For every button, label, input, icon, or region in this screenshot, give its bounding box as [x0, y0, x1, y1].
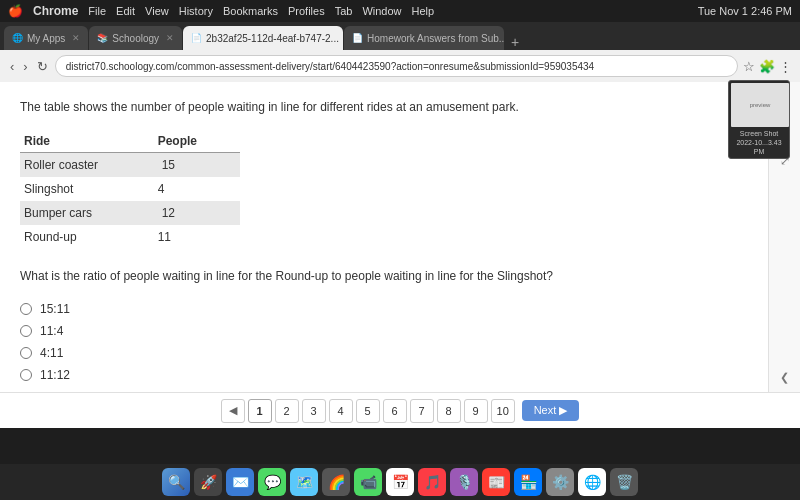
- tab-close-schoology[interactable]: ✕: [166, 33, 174, 43]
- tab-my-apps[interactable]: 🌐 My Apps ✕: [4, 26, 88, 50]
- option-label-1: 15:11: [40, 302, 70, 316]
- page-button-3[interactable]: 3: [302, 399, 326, 423]
- page-button-5[interactable]: 5: [356, 399, 380, 423]
- browser-actions: ☆ 🧩 ⋮: [743, 59, 792, 74]
- tab-active[interactable]: 📄 2b32af25-112d-4eaf-b747-2... ✕: [183, 26, 343, 50]
- tab-label-schoology: Schoology: [112, 33, 159, 44]
- pagination-bar: ◀ 1 2 3 4 5 6 7 8 9 10 Next ▶: [0, 392, 800, 428]
- menubar-right: Tue Nov 1 2:46 PM: [698, 5, 792, 17]
- page-button-8[interactable]: 8: [437, 399, 461, 423]
- table-row: Slingshot 4: [20, 177, 240, 201]
- rides-table: Ride People Roller coaster 15 Slingshot …: [20, 130, 240, 249]
- ride-count-3: 12: [154, 201, 240, 225]
- radio-option-3[interactable]: [20, 347, 32, 359]
- option-label-4: 11:12: [40, 368, 70, 382]
- ride-count-1: 15: [154, 153, 240, 178]
- bookmark-icon[interactable]: ☆: [743, 59, 755, 74]
- dock-icon-news[interactable]: 📰: [482, 468, 510, 496]
- new-tab-button[interactable]: +: [505, 34, 525, 50]
- extensions-icon[interactable]: 🧩: [759, 59, 775, 74]
- forward-button[interactable]: ›: [21, 57, 29, 76]
- menubar-left: 🍎 Chrome File Edit View History Bookmark…: [8, 4, 434, 18]
- tab-favicon-schoology: 📚: [97, 33, 108, 43]
- dock-icon-mail[interactable]: ✉️: [226, 468, 254, 496]
- dock-icon-podcasts[interactable]: 🎙️: [450, 468, 478, 496]
- taskbar: 🔍 🚀 ✉️ 💬 🗺️ 🌈 📹 📅 🎵 🎙️ 📰 🏪 ⚙️ 🌐 🗑️: [0, 464, 800, 500]
- option-2[interactable]: 11:4: [20, 324, 748, 338]
- menu-tab[interactable]: Tab: [335, 5, 353, 17]
- menu-view[interactable]: View: [145, 5, 169, 17]
- tab-bar: 🌐 My Apps ✕ 📚 Schoology ✕ 📄 2b32af25-112…: [0, 22, 800, 50]
- dock-icon-trash[interactable]: 🗑️: [610, 468, 638, 496]
- dock-icon-settings[interactable]: ⚙️: [546, 468, 574, 496]
- prev-page-button[interactable]: ◀: [221, 399, 245, 423]
- reload-button[interactable]: ↻: [35, 57, 50, 76]
- menu-edit[interactable]: Edit: [116, 5, 135, 17]
- screenshot-thumbnail[interactable]: preview Screen Shot2022-10...3.43 PM: [728, 80, 790, 159]
- page-button-4[interactable]: 4: [329, 399, 353, 423]
- tab-favicon-homework: 📄: [352, 33, 363, 43]
- menu-history[interactable]: History: [179, 5, 213, 17]
- tab-homework[interactable]: 📄 Homework Answers from Sub... ✕: [344, 26, 504, 50]
- menu-window[interactable]: Window: [362, 5, 401, 17]
- intro-text: The table shows the number of people wai…: [20, 98, 748, 116]
- dock-icon-maps[interactable]: 🗺️: [290, 468, 318, 496]
- back-button[interactable]: ‹: [8, 57, 16, 76]
- url-text: district70.schoology.com/common-assessme…: [66, 61, 594, 72]
- menu-chrome[interactable]: Chrome: [33, 4, 78, 18]
- tab-label-homework: Homework Answers from Sub...: [367, 33, 504, 44]
- apple-menu[interactable]: 🍎: [8, 4, 23, 18]
- tab-favicon-active: 📄: [191, 33, 202, 43]
- page-button-6[interactable]: 6: [383, 399, 407, 423]
- ride-name-3: Bumper cars: [20, 201, 154, 225]
- option-1[interactable]: 15:11: [20, 302, 748, 316]
- dock-icon-facetime[interactable]: 📹: [354, 468, 382, 496]
- dock-icon-itunes[interactable]: 🎵: [418, 468, 446, 496]
- radio-option-2[interactable]: [20, 325, 32, 337]
- tab-schoology[interactable]: 📚 Schoology ✕: [89, 26, 182, 50]
- radio-option-1[interactable]: [20, 303, 32, 315]
- ride-name-1: Roller coaster: [20, 153, 154, 178]
- main-layout: The table shows the number of people wai…: [0, 82, 800, 392]
- table-row: Roller coaster 15: [20, 153, 240, 178]
- ride-count-4: 11: [154, 225, 240, 249]
- collapse-button[interactable]: ❮: [780, 371, 789, 384]
- page-button-1[interactable]: 1: [248, 399, 272, 423]
- ride-name-4: Round-up: [20, 225, 154, 249]
- dock-icon-launchpad[interactable]: 🚀: [194, 468, 222, 496]
- option-label-2: 11:4: [40, 324, 63, 338]
- option-4[interactable]: 11:12: [20, 368, 748, 382]
- navigation-bar: ‹ › ↻ district70.schoology.com/common-as…: [0, 50, 800, 82]
- next-button[interactable]: Next ▶: [522, 400, 580, 421]
- page-button-9[interactable]: 9: [464, 399, 488, 423]
- dock-icon-photos[interactable]: 🌈: [322, 468, 350, 496]
- page-content: The table shows the number of people wai…: [0, 82, 768, 392]
- tab-close-my-apps[interactable]: ✕: [72, 33, 80, 43]
- dock-icon-calendar[interactable]: 📅: [386, 468, 414, 496]
- screenshot-preview: preview: [731, 83, 789, 127]
- menu-icon[interactable]: ⋮: [779, 59, 792, 74]
- page-button-10[interactable]: 10: [491, 399, 515, 423]
- dock-icon-chrome[interactable]: 🌐: [578, 468, 606, 496]
- dock-icon-appstore[interactable]: 🏪: [514, 468, 542, 496]
- tab-favicon-my-apps: 🌐: [12, 33, 23, 43]
- tab-label-my-apps: My Apps: [27, 33, 65, 44]
- system-time: Tue Nov 1 2:46 PM: [698, 5, 792, 17]
- dock-icon-finder[interactable]: 🔍: [162, 468, 190, 496]
- dock-icon-messages[interactable]: 💬: [258, 468, 286, 496]
- menu-profiles[interactable]: Profiles: [288, 5, 325, 17]
- tab-label-active: 2b32af25-112d-4eaf-b747-2...: [206, 33, 339, 44]
- menu-bookmarks[interactable]: Bookmarks: [223, 5, 278, 17]
- page-button-7[interactable]: 7: [410, 399, 434, 423]
- ride-name-2: Slingshot: [20, 177, 154, 201]
- option-3[interactable]: 4:11: [20, 346, 748, 360]
- ride-count-2: 4: [154, 177, 240, 201]
- menu-help[interactable]: Help: [412, 5, 435, 17]
- menu-file[interactable]: File: [88, 5, 106, 17]
- address-bar[interactable]: district70.schoology.com/common-assessme…: [55, 55, 738, 77]
- col-header-people: People: [154, 130, 240, 153]
- col-header-ride: Ride: [20, 130, 154, 153]
- page-button-2[interactable]: 2: [275, 399, 299, 423]
- radio-option-4[interactable]: [20, 369, 32, 381]
- question-text: What is the ratio of people waiting in l…: [20, 267, 748, 286]
